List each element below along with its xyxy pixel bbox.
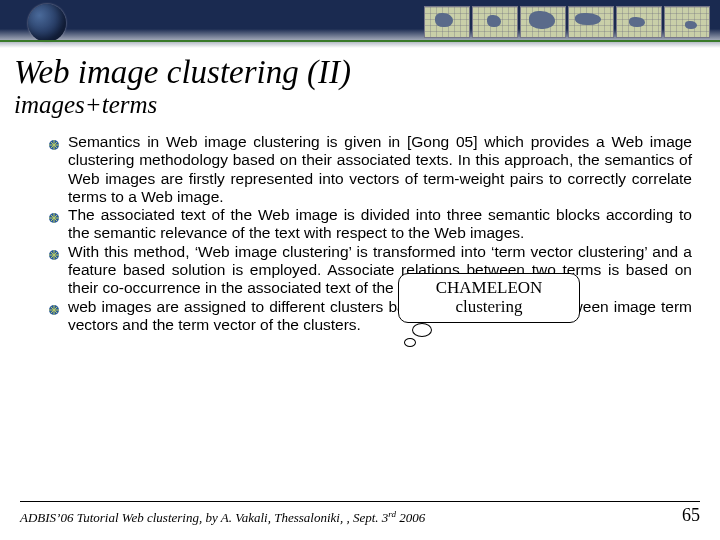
globe-icon: [28, 4, 66, 42]
bullet-text: The associated text of the Web image is …: [68, 206, 692, 243]
bullet-icon: [46, 210, 68, 226]
map-icon: [520, 6, 566, 38]
page-number: 65: [682, 505, 700, 526]
map-icon: [424, 6, 470, 38]
bullet-icon: [46, 302, 68, 318]
bullet-text: With this method, ‘Web image clustering’…: [68, 243, 692, 298]
bullet-text: web images are assigned to different clu…: [68, 298, 692, 335]
map-icon: [616, 6, 662, 38]
bullet-icon: [46, 247, 68, 263]
map-icon: [664, 6, 710, 38]
map-icon: [472, 6, 518, 38]
footer-text: ADBIS’06 Tutorial Web clustering, by A. …: [20, 509, 425, 526]
banner: [0, 0, 720, 48]
slide-subtitle: images+terms: [14, 91, 720, 119]
slide-title: Web image clustering (II): [14, 54, 720, 91]
bullet-list: Semantics in Web image clustering is giv…: [46, 133, 692, 334]
callout-tail-icon: [404, 338, 416, 347]
map-icon: [568, 6, 614, 38]
footer: ADBIS’06 Tutorial Web clustering, by A. …: [20, 505, 700, 526]
list-item: The associated text of the Web image is …: [46, 206, 692, 243]
list-item: web images are assigned to different clu…: [46, 298, 692, 335]
map-strip: [424, 6, 710, 38]
list-item: Semantics in Web image clustering is giv…: [46, 133, 692, 206]
bullet-text: Semantics in Web image clustering is giv…: [68, 133, 692, 206]
bullet-icon: [46, 137, 68, 153]
footer-divider: [20, 501, 700, 502]
divider: [0, 40, 720, 42]
list-item: With this method, ‘Web image clustering’…: [46, 243, 692, 298]
